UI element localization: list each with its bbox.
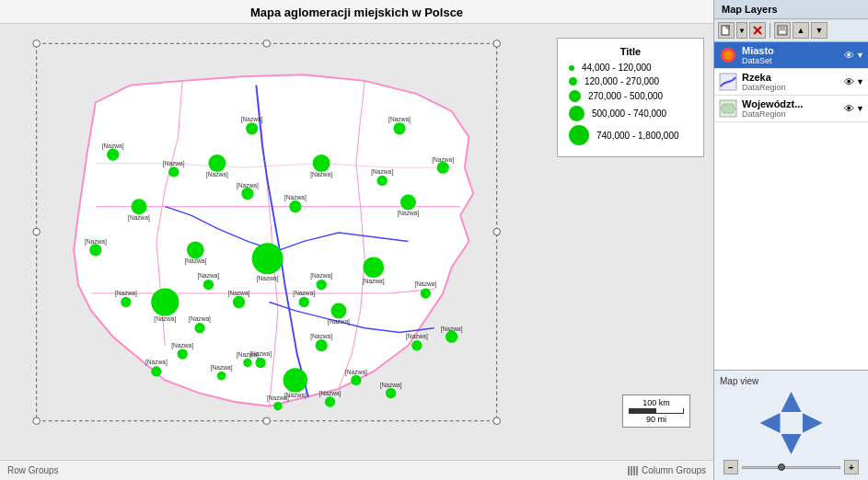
layer-name-rzeka: Rzeka [742, 72, 840, 83]
map-view-section: Map view − [714, 370, 868, 480]
svg-text:[Nazwa]: [Nazwa] [328, 318, 350, 326]
legend-box: Title 44,000 - 120,000 120,000 - 270,000… [557, 38, 704, 157]
svg-text:[Nazwa]: [Nazwa] [102, 143, 124, 150]
nav-center [781, 413, 802, 433]
visibility-icon-woj[interactable]: 👁 [844, 103, 854, 114]
svg-point-11 [151, 288, 179, 315]
svg-point-25 [400, 194, 416, 210]
legend-circle-4 [569, 106, 584, 121]
svg-text:[Nazwa]: [Nazwa] [85, 238, 107, 246]
dropdown-arrow-icon: ▼ [738, 27, 746, 35]
legend-label-5: 740,000 - 1,800,000 [596, 131, 679, 141]
svg-point-71 [299, 297, 309, 307]
layer-item-miasto[interactable]: Miasto DataSet 👁 ▼ [714, 42, 868, 69]
svg-rect-90 [780, 26, 785, 29]
svg-point-21 [187, 241, 204, 258]
nav-down-button[interactable] [781, 434, 802, 454]
svg-rect-86 [726, 26, 729, 29]
layer-info-woj: Województ... DataRegion [742, 98, 840, 119]
svg-point-3 [33, 417, 41, 425]
scale-mi: 90 mi [646, 415, 666, 424]
svg-text:[Nazwa]: [Nazwa] [211, 364, 233, 371]
zoom-in-button[interactable]: + [844, 460, 859, 474]
svg-text:[Nazwa]: [Nazwa] [310, 171, 332, 178]
nav-up-button[interactable] [781, 392, 802, 412]
nav-left-button[interactable] [760, 413, 781, 433]
layers-title: Map Layers [722, 4, 778, 15]
svg-point-75 [168, 166, 179, 177]
layer-controls-woj: 👁 ▼ [844, 103, 864, 114]
svg-point-1 [33, 40, 41, 48]
svg-text:[Nazwa]: [Nazwa] [228, 290, 250, 297]
layer-dropdown-icon-rzeka[interactable]: ▼ [856, 77, 864, 86]
save-button[interactable] [774, 22, 791, 39]
svg-point-83 [217, 371, 226, 380]
legend-circle-3 [569, 90, 581, 102]
svg-text:[Nazwa]: [Nazwa] [319, 390, 341, 397]
scale-line [629, 408, 684, 414]
new-layer-dropdown[interactable]: ▼ [736, 22, 747, 39]
svg-text:[Nazwa]: [Nazwa] [310, 333, 332, 340]
svg-point-8 [493, 228, 501, 235]
layer-controls-miasto: 👁 ▼ [844, 50, 864, 61]
layers-header: Map Layers [714, 0, 868, 19]
svg-point-49 [194, 323, 204, 333]
legend-item-4: 500,000 - 740,000 [569, 106, 692, 121]
map-view-label: Map view [720, 376, 862, 386]
svg-point-29 [107, 148, 119, 160]
layers-toolbar: ▼ ▲ [714, 19, 868, 42]
svg-text:[Nazwa]: [Nazwa] [284, 194, 307, 201]
new-layer-button[interactable] [718, 22, 735, 39]
svg-text:[Nazwa]: [Nazwa] [432, 156, 454, 164]
visibility-icon-miasto[interactable]: 👁 [844, 50, 854, 61]
zoom-controls: − + [720, 460, 862, 474]
woj-icon [718, 98, 738, 119]
visibility-icon-rzeka[interactable]: 👁 [844, 76, 854, 87]
layer-info-miasto: Miasto DataSet [742, 45, 840, 65]
svg-point-43 [241, 188, 253, 200]
layer-item-rzeka[interactable]: Rzeka DataRegion 👁 ▼ [714, 69, 868, 96]
svg-point-4 [493, 417, 501, 425]
move-up-button[interactable]: ▲ [793, 22, 809, 39]
svg-point-17 [208, 154, 226, 172]
svg-text:[Nazwa]: [Nazwa] [241, 116, 263, 123]
svg-text:[Nazwa]: [Nazwa] [293, 290, 315, 297]
svg-text:[Nazwa]: [Nazwa] [237, 182, 259, 189]
layer-item-woj[interactable]: Województ... DataRegion 👁 ▼ [714, 96, 868, 122]
nav-row-bottom [781, 434, 802, 454]
zoom-out-button[interactable]: − [723, 460, 738, 474]
legend-circle-5 [569, 125, 589, 145]
layers-panel: Map Layers ▼ [713, 0, 868, 480]
svg-point-47 [316, 339, 328, 351]
legend-label-2: 120,000 - 270,000 [584, 76, 659, 86]
delete-layer-button[interactable] [749, 22, 766, 39]
svg-text:[Nazwa]: [Nazwa] [115, 290, 137, 297]
svg-text:[Nazwa]: [Nazwa] [398, 210, 420, 217]
svg-point-73 [376, 176, 387, 186]
layer-dropdown-icon-woj[interactable]: ▼ [856, 104, 864, 113]
legend-item-1: 44,000 - 120,000 [569, 63, 692, 73]
nav-right-button[interactable] [803, 413, 823, 433]
zoom-track [742, 466, 840, 469]
legend-label-3: 270,000 - 500,000 [588, 91, 663, 101]
svg-point-13 [284, 368, 307, 392]
svg-point-67 [421, 288, 431, 298]
svg-text:[Nazwa]: [Nazwa] [310, 272, 332, 280]
svg-text:[Nazwa]: [Nazwa] [345, 369, 367, 376]
svg-point-35 [437, 162, 449, 174]
map-title: Mapa aglomeracji miejskich w Polsce [0, 0, 713, 24]
svg-text:[Nazwa]: [Nazwa] [145, 359, 168, 366]
layer-dropdown-icon-miasto[interactable]: ▼ [856, 51, 864, 60]
layer-type-woj: DataRegion [742, 109, 840, 119]
svg-point-9 [252, 243, 284, 274]
svg-point-53 [151, 366, 161, 376]
move-down-button[interactable]: ▼ [811, 22, 827, 39]
layer-type-miasto: DataSet [742, 56, 840, 65]
svg-text:[Nazwa]: [Nazwa] [406, 333, 428, 340]
svg-text:[Nazwa]: [Nazwa] [171, 342, 193, 349]
svg-point-59 [386, 388, 396, 398]
svg-text:[Nazwa]: [Nazwa] [388, 116, 411, 123]
layer-name-miasto: Miasto [742, 45, 840, 56]
svg-point-69 [121, 297, 131, 307]
zoom-handle[interactable] [778, 463, 785, 471]
